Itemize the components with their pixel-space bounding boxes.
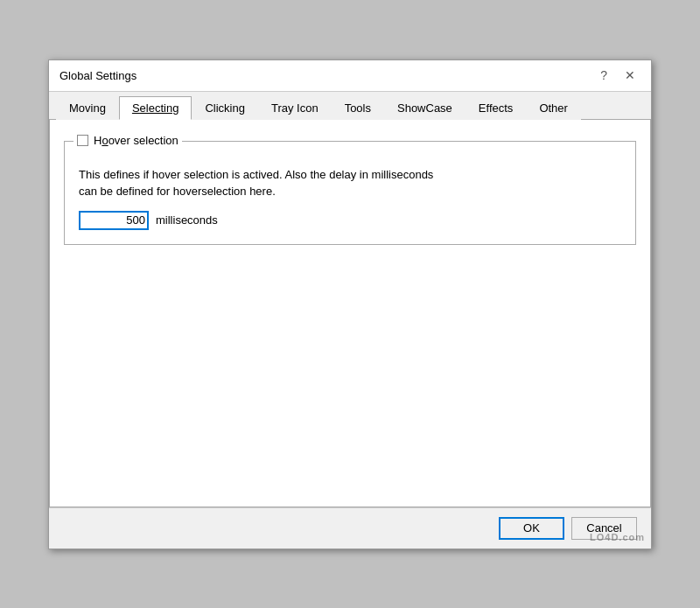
group-title: HoHover selectionover selection [94, 134, 178, 147]
tab-tools[interactable]: Tools [332, 96, 384, 120]
dialog-title: Global Settings [60, 69, 136, 82]
tab-effects[interactable]: Effects [466, 96, 527, 120]
tab-bar: Moving Selecting Clicking Tray Icon Tool… [49, 92, 651, 120]
milliseconds-label: milliseconds [156, 213, 218, 227]
hover-selection-checkbox[interactable] [77, 135, 88, 146]
hover-selection-group: HoHover selectionover selection This def… [64, 141, 636, 245]
hover-description: This defines if hover selection is activ… [79, 166, 621, 200]
ok-button[interactable]: OK [499, 517, 564, 540]
tab-content: HoHover selectionover selection This def… [49, 120, 651, 507]
watermark: LO4D.com [590, 532, 645, 542]
tab-other[interactable]: Other [526, 96, 581, 120]
close-button[interactable]: ✕ [620, 67, 640, 83]
title-controls: ? ✕ [595, 67, 640, 83]
help-button[interactable]: ? [595, 67, 612, 83]
tab-moving[interactable]: Moving [56, 96, 119, 120]
milliseconds-input[interactable] [79, 211, 149, 230]
tab-clicking[interactable]: Clicking [192, 96, 258, 120]
tab-selecting[interactable]: Selecting [119, 96, 192, 120]
milliseconds-row: milliseconds [79, 211, 621, 230]
tab-showcase[interactable]: ShowCase [384, 96, 466, 120]
button-bar: OK Cancel [49, 507, 651, 549]
tab-tray-icon[interactable]: Tray Icon [258, 96, 332, 120]
title-bar: Global Settings ? ✕ [49, 60, 651, 92]
group-legend: HoHover selectionover selection [74, 134, 182, 147]
